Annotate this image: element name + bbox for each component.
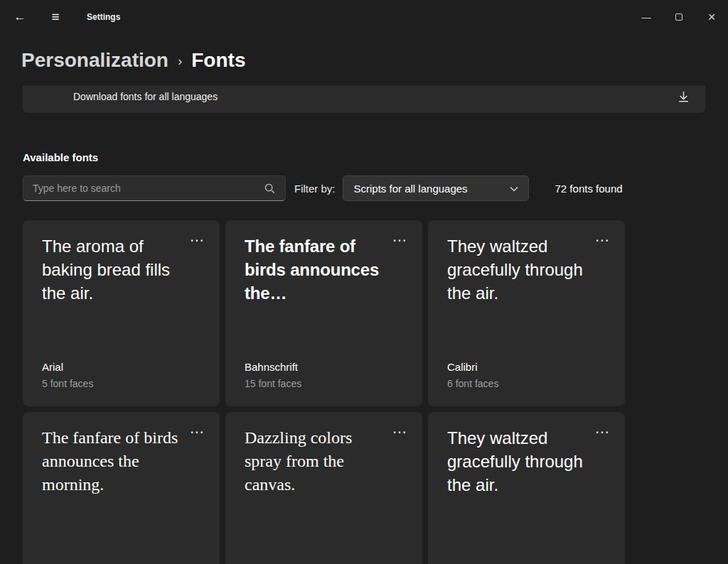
font-search-box[interactable] xyxy=(23,175,286,201)
breadcrumb-separator-icon: › xyxy=(178,49,182,73)
font-name: Calibri xyxy=(447,361,614,373)
font-card-candara[interactable]: They waltzed gracefully through the air.… xyxy=(428,412,625,564)
download-fonts-label: Download fonts for all languages xyxy=(73,91,218,102)
font-card-calibri[interactable]: They waltzed gracefully through the air.… xyxy=(428,220,625,406)
font-faces-count: 6 font faces xyxy=(447,378,614,389)
search-filter-row: Filter by: Scripts for all languages 72 … xyxy=(23,175,705,201)
titlebar: ← ≡ Settings — × xyxy=(0,0,728,34)
font-name: Bahnschrift xyxy=(245,361,411,373)
font-preview-text: They waltzed gracefully through the air. xyxy=(447,426,591,497)
font-card-bahnschrift[interactable]: The fanfare of birds announces the… ⋯ Ba… xyxy=(225,220,422,406)
download-icon xyxy=(678,91,690,103)
search-icon xyxy=(262,182,278,195)
more-options-button[interactable]: ⋯ xyxy=(591,425,614,439)
font-card-cambria[interactable]: The fanfare of birds announces the morni… xyxy=(23,412,220,564)
more-icon: ⋯ xyxy=(392,232,407,248)
font-faces-count: 5 font faces xyxy=(42,378,208,389)
hamburger-icon: ≡ xyxy=(51,9,59,25)
font-faces-count: 15 font faces xyxy=(245,378,411,389)
font-preview-text: The aroma of baking bread fills the air. xyxy=(42,234,186,305)
available-fonts-heading: Available fonts xyxy=(23,151,705,163)
window-controls: — × xyxy=(630,0,728,34)
filter-by-label: Filter by: xyxy=(294,183,336,195)
chevron-down-icon xyxy=(510,185,518,192)
breadcrumb-personalization[interactable]: Personalization xyxy=(21,48,168,72)
more-options-button[interactable]: ⋯ xyxy=(388,233,411,247)
download-fonts-row[interactable]: Download fonts for all languages xyxy=(23,86,705,113)
more-icon: ⋯ xyxy=(392,424,407,440)
download-button[interactable] xyxy=(678,91,690,103)
more-options-button[interactable]: ⋯ xyxy=(186,233,208,247)
more-options-button[interactable]: ⋯ xyxy=(388,425,411,439)
more-options-button[interactable]: ⋯ xyxy=(591,233,614,247)
font-preview-text: The fanfare of birds announces the… xyxy=(245,234,388,305)
maximize-icon xyxy=(675,13,682,21)
back-button[interactable]: ← xyxy=(6,4,34,30)
more-icon: ⋯ xyxy=(190,232,204,248)
font-cards-grid: The aroma of baking bread fills the air.… xyxy=(23,220,705,564)
font-preview-text: The fanfare of birds announces the morni… xyxy=(42,426,186,497)
search-input[interactable] xyxy=(23,176,262,200)
more-icon: ⋯ xyxy=(190,424,204,440)
font-preview-text: Dazzling colors spray from the canvas. xyxy=(245,426,388,497)
more-icon: ⋯ xyxy=(595,232,609,248)
download-row-clip: Download fonts for all languages xyxy=(23,86,705,113)
font-card-arial[interactable]: The aroma of baking bread fills the air.… xyxy=(23,220,220,406)
breadcrumb: Personalization › Fonts xyxy=(21,47,728,73)
font-preview-text: They waltzed gracefully through the air. xyxy=(447,234,591,305)
close-icon: × xyxy=(707,9,715,25)
fonts-found-count: 72 fonts found xyxy=(555,183,623,195)
filter-selected-value: Scripts for all languages xyxy=(354,183,468,195)
nav-menu-button[interactable]: ≡ xyxy=(41,4,70,30)
close-button[interactable]: × xyxy=(695,0,728,34)
minimize-icon: — xyxy=(642,12,651,23)
app-title: Settings xyxy=(87,12,120,22)
font-name: Arial xyxy=(42,361,208,373)
more-options-button[interactable]: ⋯ xyxy=(186,425,208,439)
page-title: Fonts xyxy=(191,48,245,72)
font-card-cambria-math[interactable]: Dazzling colors spray from the canvas. ⋯… xyxy=(225,412,422,564)
back-arrow-icon: ← xyxy=(14,10,26,24)
more-icon: ⋯ xyxy=(595,424,609,440)
maximize-button[interactable] xyxy=(663,0,695,34)
language-filter-dropdown[interactable]: Scripts for all languages xyxy=(343,175,529,201)
minimize-button[interactable]: — xyxy=(630,0,663,34)
